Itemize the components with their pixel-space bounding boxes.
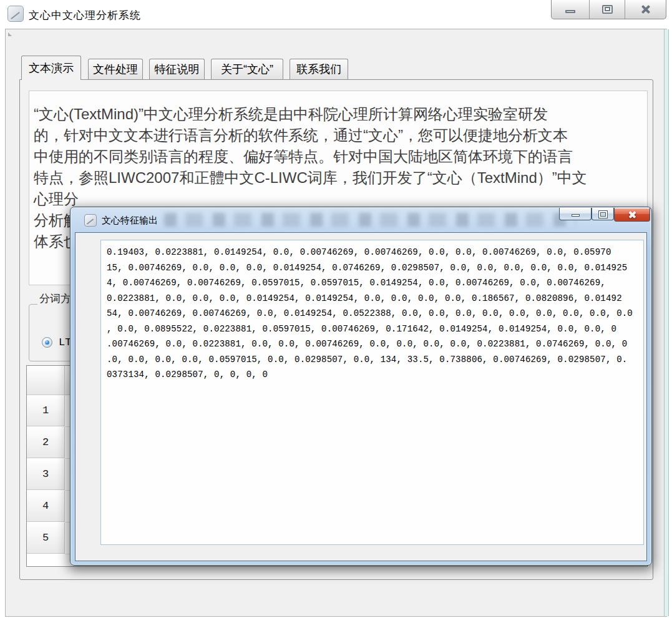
segmentation-group-label: 分词方	[37, 292, 73, 306]
tab-label: 关于“文心”	[221, 62, 273, 77]
caption-button-group	[551, 0, 666, 19]
row-number: 4	[27, 491, 65, 522]
tab-contact-us[interactable]: 联系我们	[290, 59, 348, 79]
dialog-maximize-button[interactable]	[592, 208, 614, 220]
tab-feature-description[interactable]: 特征说明	[149, 59, 205, 79]
tab-text-demo[interactable]: 文本演示	[21, 56, 81, 80]
maximize-button[interactable]	[589, 0, 625, 19]
intro-line: 特点，参照LIWC2007和正體中文C-LIWC词库，我们开发了“文心（Text…	[34, 167, 642, 189]
table-corner-cell	[27, 366, 65, 395]
close-button[interactable]	[625, 0, 666, 19]
corner-mark	[8, 32, 12, 36]
aero-glass-blur	[164, 213, 576, 227]
dialog-title: 文心特征输出	[102, 215, 158, 227]
app-icon	[7, 6, 24, 22]
close-icon	[628, 210, 637, 219]
tab-label: 文件处理	[93, 62, 138, 77]
minimize-icon	[572, 214, 580, 217]
tab-label: 联系我们	[296, 62, 341, 77]
row-number: 1	[27, 395, 65, 426]
window-right-border	[664, 29, 669, 616]
row-number: 2	[27, 427, 65, 458]
tab-label: 特征说明	[155, 62, 200, 77]
maximize-icon	[602, 5, 613, 14]
intro-line: 中使用的不同类别语言的程度、偏好等特点。针对中国大陆地区简体环境下的语言	[34, 146, 642, 167]
dialog-icon	[84, 214, 97, 227]
feature-output-textbox[interactable]: 0.19403, 0.0223881, 0.0149254, 0.0, 0.00…	[100, 240, 644, 545]
tab-file-processing[interactable]: 文件处理	[88, 59, 143, 79]
minimize-icon	[565, 10, 575, 13]
intro-line: “文心(TextMind)”中文心理分析系统是由中科院心理所计算网络心理实验室研…	[34, 104, 642, 125]
maximize-icon	[599, 211, 607, 218]
row-number: 5	[27, 522, 65, 554]
intro-line: 的，针对中文文本进行语言分析的软件系统，通过“文心”，您可以便捷地分析文本	[34, 125, 642, 146]
feature-output-dialog: 文心特征输出 0.19403, 0.0223881, 0.0149254, 0.…	[70, 207, 652, 566]
row-number: 3	[27, 459, 65, 490]
dialog-close-button[interactable]	[614, 208, 650, 222]
ltp-radio-button[interactable]	[42, 337, 52, 348]
dialog-minimize-button[interactable]	[559, 208, 592, 220]
close-icon	[640, 4, 651, 15]
tab-label: 文本演示	[29, 61, 74, 76]
tab-about-textmind[interactable]: 关于“文心”	[211, 59, 283, 79]
main-window-title: 文心中文心理分析系统	[29, 8, 141, 22]
minimize-button[interactable]	[552, 0, 589, 19]
